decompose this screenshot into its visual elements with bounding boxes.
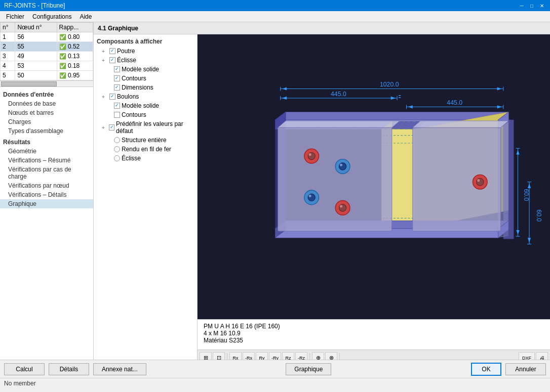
table-row[interactable]: 4 53 ✅ 0.18 xyxy=(1,61,93,71)
svg-point-74 xyxy=(339,204,346,211)
tb-sep1 xyxy=(227,353,227,360)
comp-eclisse-radio[interactable]: Éclisse xyxy=(96,154,195,163)
nav-tree-item[interactable]: Nœuds et barres xyxy=(0,108,93,117)
tb-view1[interactable]: ⊞ xyxy=(200,352,212,360)
cb-boulons-contours[interactable] xyxy=(114,112,120,118)
eclisse-label: Éclisse xyxy=(117,57,136,64)
svg-text:1020.0: 1020.0 xyxy=(380,81,399,88)
annuler-btn[interactable]: Annuler xyxy=(505,363,546,375)
comp-boulons-modele[interactable]: Modèle solide xyxy=(96,101,195,110)
ok-btn[interactable]: OK xyxy=(471,363,501,376)
rb-rendu[interactable] xyxy=(114,146,120,152)
svg-point-71 xyxy=(308,194,315,201)
nav-tree-item[interactable]: Types d'assemblage xyxy=(0,126,93,136)
comp-eclisse-modele[interactable]: Modèle solide xyxy=(96,65,195,74)
calcul-btn[interactable]: Calcul xyxy=(4,363,45,375)
comp-eclisse[interactable]: + Éclisse xyxy=(96,56,195,65)
maximize-btn[interactable]: □ xyxy=(528,2,536,10)
nav-tree-item[interactable]: Vérifications – Résumé xyxy=(0,156,93,165)
nav-tree-item[interactable]: Données de base xyxy=(0,99,93,108)
window-controls: ─ □ ✕ xyxy=(518,2,546,10)
nav-tree-item[interactable]: Charges xyxy=(0,117,93,126)
comp-structure[interactable]: Structure entière xyxy=(96,136,195,145)
menu-fichier[interactable]: Fichier xyxy=(2,11,28,22)
rendu-label: Rendu en fil de fer xyxy=(122,146,171,153)
tb-view6[interactable]: -Ry xyxy=(269,352,281,360)
comp-rendu[interactable]: Rendu en fil de fer xyxy=(96,145,195,154)
minimize-btn[interactable]: ─ xyxy=(518,2,526,10)
nav-tree-item[interactable]: Vérifications – Détails xyxy=(0,190,93,199)
cb-predefault[interactable] xyxy=(109,124,114,130)
cb-eclisse-modele[interactable] xyxy=(114,66,120,72)
check-icon: ✅ xyxy=(59,63,66,69)
cell-n: 3 xyxy=(1,52,15,61)
horizontal-scrollbar[interactable] xyxy=(0,81,93,87)
graphic-area: 1020.0 445.0 xyxy=(198,34,550,360)
table-row[interactable]: 3 49 ✅ 0.13 xyxy=(1,52,93,61)
svg-text:445.0: 445.0 xyxy=(447,99,462,106)
tb-dxf[interactable]: DXF xyxy=(519,352,535,360)
comp-boulons-contours[interactable]: Contours xyxy=(96,110,195,119)
tb-view8[interactable]: -Rz xyxy=(295,352,307,360)
tb-view2[interactable]: ⊡ xyxy=(213,352,225,360)
title-bar: RF-JOINTS - [Tribune] ─ □ ✕ xyxy=(0,0,550,11)
comp-poutre[interactable]: + Poutre xyxy=(96,47,195,56)
nav-tree-item[interactable]: Vérifications par nœud xyxy=(0,181,93,190)
cell-n: 4 xyxy=(1,61,15,71)
scroll-thumb[interactable] xyxy=(1,81,57,86)
expand-boulons-icon: + xyxy=(102,94,108,100)
eclisse-radio-label: Éclisse xyxy=(122,155,141,162)
cell-n: 1 xyxy=(1,32,15,42)
nav-tree-item[interactable]: Graphique xyxy=(0,199,93,208)
graphique-btn[interactable]: Graphique xyxy=(286,363,331,375)
svg-marker-63 xyxy=(413,121,508,127)
cb-eclisse-dimensions[interactable] xyxy=(114,84,120,91)
bottom-bar: Calcul Détails Annexe nat... Graphique O… xyxy=(0,360,550,378)
svg-point-65 xyxy=(308,152,315,159)
cb-boulons-modele[interactable] xyxy=(114,103,120,109)
comp-boulons[interactable]: + Boulons xyxy=(96,92,195,101)
svg-point-72 xyxy=(309,195,311,197)
cell-node: 50 xyxy=(15,71,57,80)
rb-eclisse[interactable] xyxy=(114,155,120,161)
app-title: RF-JOINTS - [Tribune] xyxy=(4,2,65,9)
rb-structure[interactable] xyxy=(114,137,120,143)
structure-label: Structure entière xyxy=(122,137,167,144)
menu-configurations[interactable]: Configurations xyxy=(28,11,75,22)
tb-view7[interactable]: Rz xyxy=(282,352,294,360)
tb-view4[interactable]: -Rx xyxy=(243,352,255,360)
comp-eclisse-contours[interactable]: Contours xyxy=(96,74,195,83)
close-btn[interactable]: ✕ xyxy=(538,2,546,10)
annexe-btn[interactable]: Annexe nat... xyxy=(93,363,146,375)
cb-eclisse-contours[interactable] xyxy=(114,75,120,81)
details-btn[interactable]: Détails xyxy=(49,363,89,375)
tb-fit[interactable]: ⊕ xyxy=(312,352,324,360)
menu-aide[interactable]: Aide xyxy=(75,11,96,22)
panel-title: 4.1 Graphique xyxy=(98,25,138,32)
cell-ratio: ✅ 0.95 xyxy=(57,71,93,80)
expand-eclisse-icon: + xyxy=(102,58,108,63)
tb-zoom-win[interactable]: ⊗ xyxy=(325,352,337,360)
comp-eclisse-dimensions[interactable]: Dimensions xyxy=(96,83,195,92)
tb-view3[interactable]: Rx xyxy=(229,352,242,360)
nav-tree-item[interactable]: Vérifications par cas de charge xyxy=(0,165,93,181)
cb-eclisse[interactable] xyxy=(109,57,115,63)
table-row[interactable]: 5 50 ✅ 0.95 xyxy=(1,71,93,80)
cb-boulons[interactable] xyxy=(109,94,115,100)
col-ratio: Rapp... xyxy=(57,23,93,32)
cell-node: 56 xyxy=(15,32,57,42)
results-table: n° Nœud n° Rapp... 1 56 ✅ 0.80 2 55 ✅ 0.… xyxy=(0,22,93,81)
table-row[interactable]: 1 56 ✅ 0.80 xyxy=(1,32,93,42)
tb-view5[interactable]: Ry xyxy=(256,352,268,360)
tb-sep3 xyxy=(339,353,340,360)
table-row[interactable]: 2 55 ✅ 0.52 xyxy=(1,42,93,52)
nav-section: Données d'entréeDonnées de baseNœuds et … xyxy=(0,89,93,137)
expand-predefault-icon: + xyxy=(102,125,107,130)
svg-rect-60 xyxy=(278,127,392,231)
comp-predefault[interactable]: + Prédéfinir les valeurs par défaut xyxy=(96,119,195,136)
nav-tree-item[interactable]: Géométrie xyxy=(0,147,93,156)
nav-section-header: Données d'entrée xyxy=(0,90,93,99)
tb-print[interactable]: 🖨 xyxy=(536,352,548,360)
cb-poutre[interactable] xyxy=(109,48,115,54)
expand-poutre-icon: + xyxy=(102,49,108,54)
